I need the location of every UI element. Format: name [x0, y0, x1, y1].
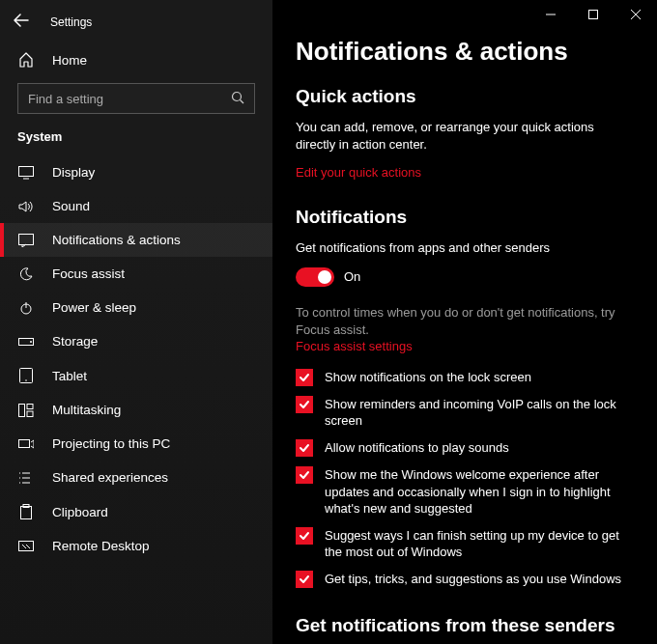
- notification-check-row: Get tips, tricks, and suggestions as you…: [296, 571, 634, 588]
- multitask-icon: [17, 404, 35, 417]
- moon-icon: [17, 267, 35, 281]
- sidebar-item-clipboard[interactable]: Clipboard: [0, 494, 272, 529]
- senders-heading: Get notifications from these senders: [296, 615, 634, 636]
- checkbox-label: Show reminders and incoming VoIP calls o…: [325, 396, 634, 430]
- sidebar-item-label: Remote Desktop: [52, 539, 150, 553]
- title-bar: Settings: [0, 10, 272, 42]
- sidebar-item-label: Clipboard: [52, 505, 108, 519]
- sidebar-item-focus-assist[interactable]: Focus assist: [0, 257, 272, 291]
- sidebar-item-sound[interactable]: Sound: [0, 189, 272, 223]
- notification-check-row: Show me the Windows welcome experience a…: [296, 466, 634, 518]
- sidebar-item-home[interactable]: Home: [0, 42, 272, 77]
- sidebar-item-display[interactable]: Display: [0, 155, 272, 189]
- sidebar-item-label: Multitasking: [52, 403, 121, 417]
- power-icon: [17, 301, 35, 315]
- sidebar: Settings Home System DisplaySoundNotific…: [0, 0, 272, 644]
- notifications-toggle-row: On: [296, 267, 634, 287]
- checkbox-label: Show notifications on the lock screen: [325, 369, 531, 386]
- remote-icon: [17, 541, 35, 552]
- sidebar-item-label: Tablet: [52, 369, 87, 383]
- page-heading: Notifications & actions: [296, 37, 634, 67]
- sidebar-item-multitasking[interactable]: Multitasking: [0, 393, 272, 427]
- quick-actions-heading: Quick actions: [296, 86, 634, 107]
- home-icon: [17, 52, 35, 68]
- notifications-icon: [17, 234, 35, 247]
- project-icon: [17, 437, 35, 451]
- notification-check-row: Show reminders and incoming VoIP calls o…: [296, 396, 634, 430]
- sidebar-item-projecting-to-this-pc[interactable]: Projecting to this PC: [0, 427, 272, 461]
- main-pane: Notifications & actions Quick actions Yo…: [272, 0, 657, 644]
- sidebar-item-power-sleep[interactable]: Power & sleep: [0, 291, 272, 324]
- notifications-toggle-state: On: [344, 269, 360, 284]
- close-button[interactable]: [614, 0, 657, 29]
- quick-actions-body: You can add, remove, or rearrange your q…: [296, 119, 634, 154]
- edit-quick-actions-link[interactable]: Edit your quick actions: [296, 165, 634, 180]
- sidebar-item-label: Notifications & actions: [52, 233, 181, 247]
- svg-point-0: [233, 92, 242, 100]
- sidebar-item-label: Sound: [52, 199, 90, 213]
- nav-list: DisplaySoundNotifications & actionsFocus…: [0, 155, 272, 563]
- notification-check-row: Allow notifications to play sounds: [296, 439, 634, 457]
- svg-rect-4: [19, 234, 34, 244]
- back-arrow-icon[interactable]: [0, 14, 43, 31]
- svg-rect-11: [19, 404, 25, 416]
- sidebar-item-label: Display: [52, 165, 95, 180]
- search-input[interactable]: [28, 92, 231, 106]
- notifications-toggle-caption: Get notifications from apps and other se…: [296, 239, 634, 257]
- focus-assist-hint: To control times when you do or don't ge…: [296, 304, 634, 339]
- checkbox-label: Show me the Windows welcome experience a…: [325, 466, 634, 518]
- sidebar-item-storage[interactable]: Storage: [0, 324, 272, 358]
- svg-rect-15: [21, 507, 32, 519]
- search-icon: [231, 91, 244, 107]
- checkbox[interactable]: [296, 571, 313, 588]
- generic-icon: [17, 471, 35, 485]
- checkbox-label: Get tips, tricks, and suggestions as you…: [325, 571, 621, 588]
- checkbox-label: Allow notifications to play sounds: [325, 439, 509, 457]
- checkbox[interactable]: [296, 466, 313, 484]
- checkbox[interactable]: [296, 527, 313, 545]
- svg-point-10: [25, 379, 27, 381]
- svg-rect-17: [19, 541, 34, 550]
- content-scroll[interactable]: Notifications & actions Quick actions Yo…: [272, 0, 657, 644]
- notifications-toggle[interactable]: [296, 267, 334, 287]
- sidebar-item-tablet[interactable]: Tablet: [0, 358, 272, 393]
- sidebar-item-label: Focus assist: [52, 266, 125, 281]
- window-title: Settings: [43, 15, 92, 29]
- notification-check-row: Suggest ways I can finish setting up my …: [296, 527, 634, 561]
- notification-check-row: Show notifications on the lock screen: [296, 369, 634, 386]
- sidebar-item-label: Storage: [52, 334, 98, 349]
- notifications-heading: Notifications: [296, 207, 634, 228]
- svg-rect-13: [27, 411, 33, 417]
- svg-rect-19: [589, 11, 598, 19]
- search-box[interactable]: [17, 83, 255, 114]
- svg-rect-2: [19, 166, 34, 176]
- sidebar-item-label: Power & sleep: [52, 300, 136, 315]
- checkbox[interactable]: [296, 439, 313, 457]
- svg-line-1: [241, 99, 244, 103]
- tablet-icon: [17, 368, 35, 383]
- svg-rect-14: [19, 439, 30, 447]
- svg-point-8: [30, 341, 32, 343]
- window-controls: [529, 0, 657, 29]
- sidebar-item-notifications-actions[interactable]: Notifications & actions: [0, 223, 272, 257]
- display-icon: [17, 166, 35, 180]
- notification-options-list: Show notifications on the lock screenSho…: [296, 369, 634, 588]
- home-label: Home: [52, 53, 87, 68]
- svg-rect-12: [27, 404, 33, 408]
- clipboard-icon: [17, 504, 35, 519]
- checkbox[interactable]: [296, 369, 313, 386]
- maximize-button[interactable]: [572, 0, 614, 29]
- sidebar-item-label: Projecting to this PC: [52, 436, 170, 451]
- checkbox-label: Suggest ways I can finish setting up my …: [325, 527, 634, 561]
- sound-icon: [17, 200, 35, 213]
- focus-assist-link[interactable]: Focus assist settings: [296, 339, 634, 353]
- storage-icon: [17, 336, 35, 348]
- category-label: System: [0, 129, 272, 155]
- sidebar-item-label: Shared experiences: [52, 470, 168, 485]
- sidebar-item-shared-experiences[interactable]: Shared experiences: [0, 461, 272, 494]
- sidebar-item-remote-desktop[interactable]: Remote Desktop: [0, 529, 272, 563]
- checkbox[interactable]: [296, 396, 313, 413]
- minimize-button[interactable]: [529, 0, 572, 29]
